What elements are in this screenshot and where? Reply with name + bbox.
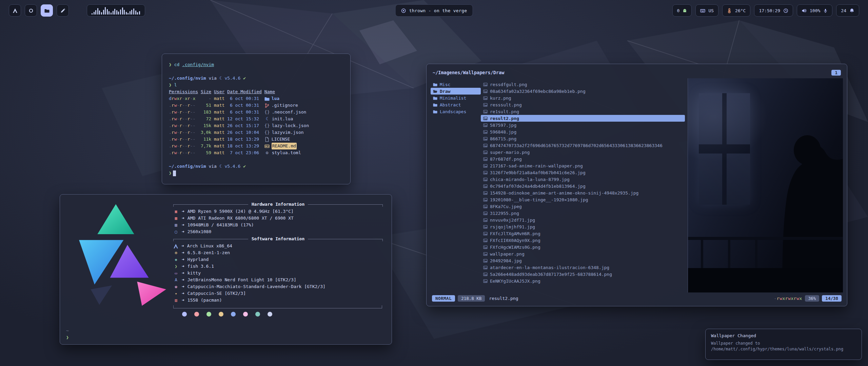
updates-widget[interactable]: 0	[672, 4, 692, 17]
file-item[interactable]: 0c794faf07de24a4db4d4fb1eb813964.jpg	[481, 183, 685, 189]
memory-icon: ▤	[173, 222, 179, 228]
listing-row: .rw-r--r--11kmatt18 oct 13:29LICENSE	[169, 136, 343, 143]
file-item[interactable]: 19201080-__blue-tinge__-1920×1080.jpg	[481, 196, 685, 203]
image-icon	[483, 103, 488, 107]
file-manager-window[interactable]: ~/Imagenes/Wallpapers/Draw 1 MiscDrawMin…	[426, 64, 847, 306]
fetch-row-kernel: ⚙➜6.5.8-zen1-1-zen	[173, 249, 383, 256]
listing-header: Permissions Size User Date Modified Name	[169, 88, 343, 95]
visualizer-bar	[137, 12, 138, 15]
keyboard-layout-widget[interactable]: US	[695, 4, 718, 17]
file-item[interactable]: ressdfgult.png	[481, 81, 685, 88]
moon-icon: ☾	[264, 116, 270, 122]
status-bar-right: 0 US 26°C 17:50:29 100% 24	[672, 4, 859, 17]
terminal-window[interactable]: ❯ cd .config/nvim ~/.config/nvim via ☾ v…	[162, 54, 351, 184]
visualizer-bar	[139, 11, 140, 15]
folder-label: Draw	[440, 89, 450, 94]
file-item[interactable]: chica-mirando-la-luna-8799.jpg	[481, 176, 685, 183]
file-item[interactable]: 08a634fa02a32364f69ebc86a98eb1eb.png	[481, 88, 685, 95]
file-item[interactable]: 8FKa7Cu.jpeg	[481, 203, 685, 210]
file-item[interactable]: rsjqojlmjhf91.jpg	[481, 223, 685, 230]
file-item[interactable]: re1sult.png	[481, 108, 685, 115]
file-item[interactable]: wallpaper.png	[481, 250, 685, 257]
file-item[interactable]: kurz.png	[481, 95, 685, 101]
file-item[interactable]: 20492984.jpg	[481, 257, 685, 264]
visualizer-bar	[92, 13, 93, 15]
file-item[interactable]: FXfcHgcWIAMzs0G.png	[481, 244, 685, 250]
bell-icon	[849, 8, 854, 13]
scroll-percentage-badge: 36%	[805, 295, 820, 302]
file-item[interactable]: 866715.png	[481, 135, 685, 142]
arch-logo-icon	[13, 8, 18, 13]
fetch-row-icons: ✦➜Catppuccin-SE [GTK2/3]	[173, 290, 383, 297]
file-item[interactable]: result2.png	[481, 115, 685, 122]
icons-icon: ✦	[173, 290, 179, 297]
folder-icon	[433, 96, 437, 100]
arrow-icon: ➜	[182, 297, 184, 304]
file-item[interactable]: 587597.jpg	[481, 122, 685, 128]
shell-icon: ❯	[173, 263, 179, 270]
file-item[interactable]: 154928-odinokoe_anime-art-anime-okno-sin…	[481, 189, 685, 196]
list-position-badge: 14/38	[822, 295, 842, 302]
clock-widget[interactable]: 17:50:29	[754, 4, 793, 17]
display-value: 868x366	[188, 228, 211, 235]
browser-button[interactable]	[25, 4, 37, 17]
file-item[interactable]: resssult.png	[481, 101, 685, 108]
listing-row: .rw-r--r--51matt 6 oct 00:31.gitignore	[169, 102, 343, 109]
image-icon	[483, 137, 488, 141]
palette-dot	[255, 312, 260, 317]
file-item[interactable]: 217167-sad-anime-rain-wallpaper.png	[481, 162, 685, 169]
listing-row: .rw-r--r--3,0kmatt26 oct 10:04{}lazyvim.…	[169, 129, 343, 136]
visualizer-bar	[126, 12, 127, 15]
tab-badge[interactable]: 1	[831, 70, 841, 76]
file-label: 8FKa7Cu.jpeg	[490, 204, 522, 209]
arrow-icon: ➜	[182, 270, 184, 277]
breadcrumb-path: ~/Imagenes/Wallpapers/Draw	[433, 70, 504, 75]
image-icon	[483, 116, 488, 121]
file-item[interactable]: atardecer-en-la-montanas-ilustracion-634…	[481, 264, 685, 271]
arrow-icon: ➜	[182, 249, 184, 256]
temperature-widget[interactable]: 26°C	[722, 4, 750, 17]
editor-button[interactable]	[57, 4, 69, 17]
file-manager-header: ~/Imagenes/Wallpapers/Draw 1	[431, 67, 843, 78]
file-item[interactable]: EeNKYgIUcAAJ5JX.png	[481, 278, 685, 284]
file-label: EeNKYgIUcAAJ5JX.png	[490, 279, 540, 284]
folder-item-misc[interactable]: Misc	[431, 81, 481, 88]
image-icon	[483, 218, 488, 222]
folder-item-draw[interactable]: Draw	[431, 88, 481, 95]
file-label: 3126f7e9bbf21a8a4af0b67b041c6e26.jpg	[490, 170, 586, 175]
hardware-section-header: Hardware Information	[173, 201, 383, 208]
visualizer-bar	[116, 10, 117, 15]
file-item[interactable]: super-mario.png	[481, 149, 685, 156]
audio-visualizer-widget[interactable]	[87, 4, 145, 17]
folder-item-minimalist[interactable]: Minimalist	[431, 95, 481, 101]
folder-item-abstract[interactable]: Abstract	[431, 101, 481, 108]
volume-widget[interactable]: 100%	[797, 4, 832, 17]
files-button[interactable]	[41, 4, 53, 17]
file-item[interactable]: nnvuv0xj2df71.jpg	[481, 217, 685, 223]
notifications-widget[interactable]: 24	[836, 4, 859, 17]
file-item[interactable]: FXfcJlTXgAMvH6R.png	[481, 230, 685, 237]
visualizer-bar	[135, 11, 136, 15]
packages-icon: ▥	[173, 297, 179, 304]
notification-toast[interactable]: Wallpaper Changed Wallpaper changed to /…	[705, 329, 862, 360]
launcher-button[interactable]	[9, 4, 21, 17]
file-label: atardecer-en-la-montanas-ilustracion-634…	[490, 265, 609, 270]
file-item[interactable]: 596848.jpg	[481, 128, 685, 135]
file-item[interactable]: 87r687df.png	[481, 156, 685, 162]
image-icon	[483, 123, 488, 127]
preview-silhouette	[688, 78, 843, 292]
fastfetch-terminal-window[interactable]: Hardware Information ▣➜AMD Ryzen 9 5900X…	[60, 194, 392, 345]
terminal-icon: ▭	[173, 270, 179, 277]
file-label: 68747470733a2f2f696d616765732d7769786d70…	[490, 143, 663, 148]
file-item[interactable]: 5a266e448add93deab367d87173e9f25-6837886…	[481, 271, 685, 278]
braces-icon: {}	[264, 122, 270, 129]
folder-item-landscapes[interactable]: Landscapes	[431, 108, 481, 115]
file-item[interactable]: 3122955.png	[481, 210, 685, 217]
wm-value: Hyprland	[188, 256, 209, 263]
file-item[interactable]: 3126f7e9bbf21a8a4af0b67b041c6e26.jpg	[481, 169, 685, 176]
selected-filename: result2.png	[489, 296, 518, 301]
file-item[interactable]: 68747470733a2f2f696d616765732d7769786d70…	[481, 142, 685, 149]
kernel-icon: ⚙	[173, 249, 179, 256]
file-item[interactable]: FXfcII0X0AQyn9X.png	[481, 237, 685, 244]
media-player-widget[interactable]: thrown - on the verge	[395, 4, 473, 17]
